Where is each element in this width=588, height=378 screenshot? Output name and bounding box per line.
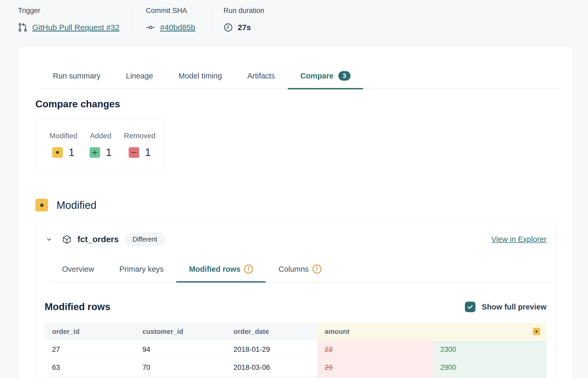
show-full-preview-checkbox[interactable]	[465, 302, 475, 312]
tab-modified-rows[interactable]: Modified rows !	[176, 264, 266, 282]
run-detail-card: Run summary Lineage Model timing Artifac…	[18, 45, 573, 378]
model-package-icon	[62, 235, 72, 244]
table-cell-old-value: 29	[317, 358, 433, 376]
stat-added: Added 1	[90, 132, 112, 158]
modified-rows-heading: Modified rows	[45, 301, 110, 312]
model-card-fct-orders: fct_orders Different View in Explorer Ov…	[35, 221, 556, 378]
stat-removed-label: Removed	[124, 132, 156, 140]
meta-trigger: Trigger GitHub Pull Request #32	[18, 6, 132, 33]
stat-modified-label: Modified	[49, 132, 77, 140]
trigger-label: Trigger	[18, 6, 132, 15]
duration-value: 27s	[238, 23, 251, 32]
column-header-amount: amount	[317, 322, 547, 340]
tab-model-timing[interactable]: Model timing	[166, 71, 235, 89]
modified-column-icon	[533, 328, 540, 335]
meta-commit: Commit SHA #40bd85b	[132, 6, 210, 33]
tab-compare[interactable]: Compare 3	[288, 71, 363, 89]
tab-columns[interactable]: Columns !	[266, 264, 334, 282]
modified-icon	[52, 147, 63, 158]
show-full-preview-label: Show full preview	[482, 303, 547, 311]
table-cell: 63	[45, 358, 135, 376]
run-meta-bar: Trigger GitHub Pull Request #32 Commit S…	[18, 6, 264, 33]
table-cell: 2018-01-29	[226, 340, 317, 358]
table-cell-old-value: 23	[317, 340, 433, 358]
warning-icon: !	[312, 265, 321, 274]
table-row-partial	[433, 376, 547, 378]
stat-removed: Removed 1	[124, 132, 156, 158]
compare-changes-heading: Compare changes	[35, 99, 556, 110]
table-row-partial	[135, 376, 226, 378]
modified-rows-table: order_id customer_id order_date amount 2…	[45, 322, 547, 378]
tab-lineage[interactable]: Lineage	[113, 71, 166, 89]
modified-section-icon	[35, 199, 48, 211]
model-name: fct_orders	[77, 234, 119, 244]
model-status-badge: Different	[125, 233, 165, 246]
stat-modified-count: 1	[69, 146, 74, 158]
added-icon	[90, 147, 100, 158]
column-header-order-id: order_id	[45, 322, 135, 340]
collapse-chevron-down-icon[interactable]	[45, 235, 54, 244]
column-header-order-date: order_date	[226, 322, 317, 340]
run-tabs: Run summary Lineage Model timing Artifac…	[40, 71, 561, 89]
removed-icon	[129, 147, 139, 158]
table-row-partial	[45, 376, 135, 378]
table-cell: 94	[135, 340, 226, 358]
table-cell-new-value: 2900	[433, 358, 547, 376]
stat-added-label: Added	[90, 132, 111, 140]
commit-label: Commit SHA	[146, 6, 210, 15]
table-row-partial	[317, 376, 433, 378]
meta-duration: Run duration 27s	[210, 6, 264, 33]
tab-run-summary[interactable]: Run summary	[40, 71, 113, 89]
stat-modified: Modified 1	[49, 132, 77, 158]
table-cell: 27	[45, 340, 135, 358]
modified-section-title: Modified	[57, 199, 96, 211]
warning-icon: !	[244, 265, 253, 274]
tab-primary-keys[interactable]: Primary keys	[107, 264, 176, 282]
modified-section-header: Modified	[35, 199, 556, 211]
pull-request-icon	[18, 23, 27, 32]
table-row-partial	[226, 376, 317, 378]
compare-summary-card: Modified 1 Added 1 Removed	[35, 119, 165, 173]
duration-label: Run duration	[223, 6, 264, 15]
view-in-explorer-link[interactable]: View in Explorer	[491, 235, 547, 244]
table-cell: 70	[135, 358, 226, 376]
commit-icon	[146, 23, 155, 32]
column-header-customer-id: customer_id	[135, 322, 226, 340]
clock-icon	[223, 23, 233, 32]
commit-sha-link[interactable]: #40bd85b	[160, 23, 195, 32]
stat-removed-count: 1	[145, 146, 151, 158]
stat-added-count: 1	[106, 146, 112, 158]
table-cell-new-value: 2300	[433, 340, 547, 358]
tab-overview[interactable]: Overview	[49, 264, 107, 282]
model-tabs: Overview Primary keys Modified rows ! Co…	[49, 264, 551, 282]
compare-count-badge: 3	[338, 71, 351, 81]
trigger-link[interactable]: GitHub Pull Request #32	[32, 23, 119, 32]
table-cell: 2018-03-06	[226, 358, 317, 376]
tab-artifacts[interactable]: Artifacts	[235, 71, 288, 89]
